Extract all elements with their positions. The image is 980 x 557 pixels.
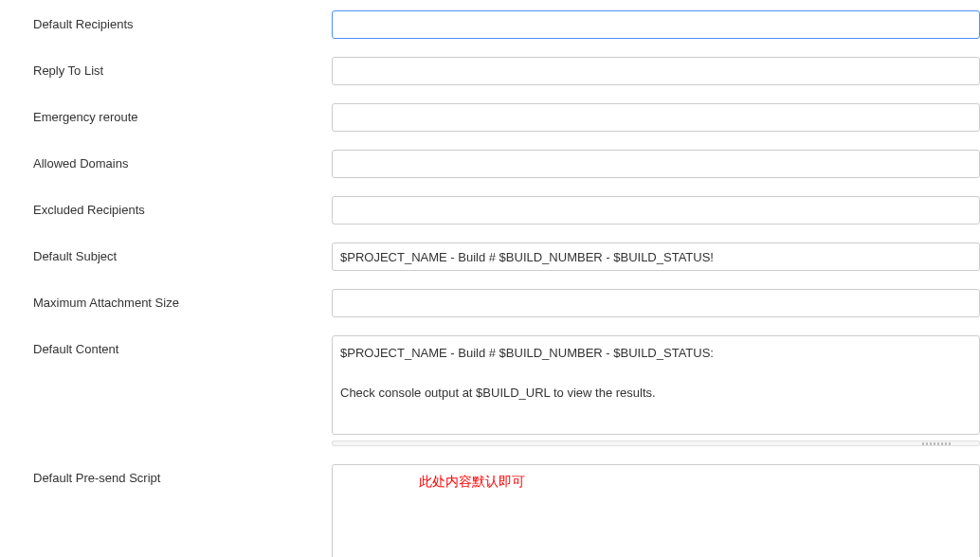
row-default-recipients: Default Recipients <box>0 4 980 39</box>
cell-emergency-reroute <box>332 97 980 132</box>
cell-default-presend-script: 此处内容默认即可 <box>332 458 980 557</box>
row-reply-to: Reply To List <box>0 50 980 85</box>
cell-excluded-recipients <box>332 189 980 225</box>
row-default-presend-script: Default Pre-send Script 此处内容默认即可 <box>0 458 980 557</box>
cell-maximum-attachment-size <box>332 282 980 317</box>
label-maximum-attachment-size: Maximum Attachment Size <box>0 282 332 310</box>
form-container: Default Recipients Reply To List Emergen… <box>0 4 980 557</box>
cell-allowed-domains <box>332 143 980 178</box>
input-allowed-domains[interactable] <box>332 150 980 178</box>
cell-default-subject <box>332 236 980 271</box>
label-default-content: Default Content <box>0 329 332 356</box>
label-reply-to: Reply To List <box>0 50 332 78</box>
cell-default-recipients <box>332 4 980 39</box>
cell-reply-to <box>332 50 980 85</box>
label-default-presend-script: Default Pre-send Script <box>0 458 332 485</box>
input-default-subject[interactable] <box>332 243 980 271</box>
input-maximum-attachment-size[interactable] <box>332 289 980 317</box>
label-default-recipients: Default Recipients <box>0 4 332 31</box>
input-default-recipients[interactable] <box>332 10 980 39</box>
label-default-subject: Default Subject <box>0 236 332 263</box>
textarea-default-presend-script[interactable] <box>332 464 980 557</box>
label-allowed-domains: Allowed Domains <box>0 143 332 171</box>
row-default-content: Default Content $PROJECT_NAME - Build # … <box>0 329 980 446</box>
cell-default-content: $PROJECT_NAME - Build # $BUILD_NUMBER - … <box>332 329 980 446</box>
label-excluded-recipients: Excluded Recipients <box>0 189 332 217</box>
label-emergency-reroute: Emergency reroute <box>0 97 332 124</box>
row-emergency-reroute: Emergency reroute <box>0 97 980 132</box>
input-reply-to[interactable] <box>332 57 980 85</box>
textarea-default-content[interactable]: $PROJECT_NAME - Build # $BUILD_NUMBER - … <box>332 335 980 435</box>
input-emergency-reroute[interactable] <box>332 103 980 132</box>
input-excluded-recipients[interactable] <box>332 196 980 225</box>
resize-handle-content[interactable] <box>332 440 980 446</box>
row-allowed-domains: Allowed Domains <box>0 143 980 178</box>
row-maximum-attachment-size: Maximum Attachment Size <box>0 282 980 317</box>
row-default-subject: Default Subject <box>0 236 980 271</box>
row-excluded-recipients: Excluded Recipients <box>0 189 980 225</box>
